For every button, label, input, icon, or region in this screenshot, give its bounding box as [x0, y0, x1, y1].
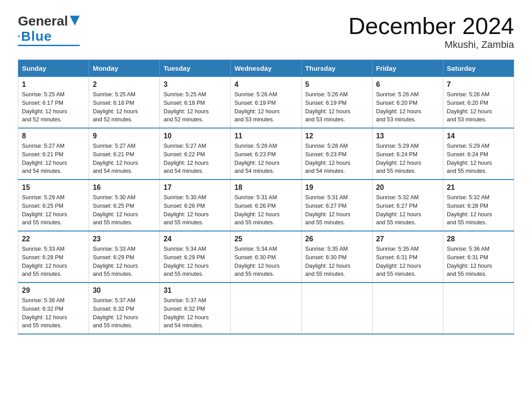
calendar-cell: 4 Sunrise: 5:26 AMSunset: 6:19 PMDayligh… — [231, 77, 301, 128]
calendar-cell: 12 Sunrise: 5:28 AMSunset: 6:23 PMDaylig… — [301, 128, 372, 180]
location: Mkushi, Zambia — [348, 39, 514, 51]
day-number: 17 — [163, 184, 227, 192]
day-number: 22 — [22, 235, 85, 243]
day-number: 23 — [93, 235, 156, 243]
day-info: Sunrise: 5:25 AMSunset: 6:18 PMDaylight:… — [163, 91, 209, 123]
calendar-cell: 3 Sunrise: 5:25 AMSunset: 6:18 PMDayligh… — [160, 77, 231, 128]
calendar-cell: 10 Sunrise: 5:27 AMSunset: 6:22 PMDaylig… — [160, 128, 231, 180]
week-row-3: 15 Sunrise: 5:29 AMSunset: 6:25 PMDaylig… — [18, 180, 514, 231]
day-info: Sunrise: 5:27 AMSunset: 6:21 PMDaylight:… — [22, 143, 67, 174]
day-info: Sunrise: 5:32 AMSunset: 6:28 PMDaylight:… — [447, 194, 492, 226]
svg-marker-0 — [70, 16, 80, 26]
day-number: 25 — [234, 235, 297, 243]
calendar-cell: 14 Sunrise: 5:29 AMSunset: 6:24 PMDaylig… — [443, 128, 514, 180]
day-info: Sunrise: 5:32 AMSunset: 6:27 PMDaylight:… — [376, 194, 421, 226]
day-number: 5 — [305, 81, 369, 89]
day-info: Sunrise: 5:27 AMSunset: 6:21 PMDaylight:… — [93, 143, 138, 174]
day-info: Sunrise: 5:28 AMSunset: 6:23 PMDaylight:… — [234, 143, 279, 174]
calendar-cell — [231, 283, 301, 334]
calendar-cell: 1 Sunrise: 5:25 AMSunset: 6:17 PMDayligh… — [18, 77, 89, 128]
day-number: 28 — [447, 235, 510, 243]
calendar-cell — [443, 283, 514, 334]
day-number: 10 — [163, 132, 227, 140]
day-number: 26 — [305, 235, 369, 243]
day-info: Sunrise: 5:37 AMSunset: 6:32 PMDaylight:… — [163, 297, 209, 329]
day-info: Sunrise: 5:35 AMSunset: 6:30 PMDaylight:… — [305, 246, 351, 277]
day-number: 21 — [447, 184, 510, 192]
calendar-table: SundayMondayTuesdayWednesdayThursdayFrid… — [18, 60, 514, 334]
calendar-cell: 9 Sunrise: 5:27 AMSunset: 6:21 PMDayligh… — [89, 128, 160, 180]
day-number: 13 — [376, 132, 439, 140]
calendar-cell: 28 Sunrise: 5:36 AMSunset: 6:31 PMDaylig… — [443, 231, 514, 283]
day-number: 3 — [163, 81, 227, 89]
day-number: 16 — [93, 184, 156, 192]
day-number: 12 — [305, 132, 369, 140]
day-info: Sunrise: 5:36 AMSunset: 6:32 PMDaylight:… — [22, 297, 67, 329]
day-info: Sunrise: 5:26 AMSunset: 6:20 PMDaylight:… — [447, 91, 492, 123]
month-title: December 2024 — [348, 13, 514, 39]
calendar-cell — [301, 283, 372, 334]
day-info: Sunrise: 5:28 AMSunset: 6:23 PMDaylight:… — [305, 143, 351, 174]
calendar-cell: 31 Sunrise: 5:37 AMSunset: 6:32 PMDaylig… — [160, 283, 231, 334]
calendar-cell: 5 Sunrise: 5:26 AMSunset: 6:19 PMDayligh… — [301, 77, 372, 128]
header-tuesday: Tuesday — [160, 60, 231, 77]
calendar-cell: 30 Sunrise: 5:37 AMSunset: 6:32 PMDaylig… — [89, 283, 160, 334]
calendar-cell: 26 Sunrise: 5:35 AMSunset: 6:30 PMDaylig… — [301, 231, 372, 283]
day-info: Sunrise: 5:37 AMSunset: 6:32 PMDaylight:… — [93, 297, 138, 329]
day-info: Sunrise: 5:30 AMSunset: 6:26 PMDaylight:… — [163, 194, 209, 226]
day-number: 19 — [305, 184, 369, 192]
day-info: Sunrise: 5:34 AMSunset: 6:30 PMDaylight:… — [234, 246, 279, 277]
day-info: Sunrise: 5:29 AMSunset: 6:24 PMDaylight:… — [447, 143, 492, 174]
calendar-cell: 13 Sunrise: 5:29 AMSunset: 6:24 PMDaylig… — [372, 128, 443, 180]
calendar-cell: 8 Sunrise: 5:27 AMSunset: 6:21 PMDayligh… — [18, 128, 89, 180]
day-info: Sunrise: 5:30 AMSunset: 6:25 PMDaylight:… — [93, 194, 138, 226]
day-number: 18 — [234, 184, 297, 192]
day-info: Sunrise: 5:26 AMSunset: 6:19 PMDaylight:… — [234, 91, 279, 123]
day-info: Sunrise: 5:26 AMSunset: 6:19 PMDaylight:… — [305, 91, 351, 123]
week-row-4: 22 Sunrise: 5:33 AMSunset: 6:28 PMDaylig… — [18, 231, 514, 283]
header-saturday: Saturday — [443, 60, 514, 77]
header-wednesday: Wednesday — [231, 60, 301, 77]
calendar-cell: 29 Sunrise: 5:36 AMSunset: 6:32 PMDaylig… — [18, 283, 89, 334]
logo-blue-text: Blue — [21, 29, 52, 44]
header-friday: Friday — [372, 60, 443, 77]
calendar-header-row: SundayMondayTuesdayWednesdayThursdayFrid… — [18, 60, 514, 77]
logo-general-text: General — [18, 13, 68, 29]
day-number: 11 — [234, 132, 297, 140]
week-row-1: 1 Sunrise: 5:25 AMSunset: 6:17 PMDayligh… — [18, 77, 514, 128]
day-info: Sunrise: 5:34 AMSunset: 6:29 PMDaylight:… — [163, 246, 209, 277]
day-info: Sunrise: 5:25 AMSunset: 6:18 PMDaylight:… — [93, 91, 138, 123]
day-number: 4 — [234, 81, 297, 89]
header-monday: Monday — [89, 60, 160, 77]
day-info: Sunrise: 5:31 AMSunset: 6:26 PMDaylight:… — [234, 194, 279, 226]
day-number: 29 — [22, 287, 85, 295]
calendar-cell: 21 Sunrise: 5:32 AMSunset: 6:28 PMDaylig… — [443, 180, 514, 231]
calendar-cell: 11 Sunrise: 5:28 AMSunset: 6:23 PMDaylig… — [231, 128, 301, 180]
day-number: 20 — [376, 184, 439, 192]
calendar-cell: 24 Sunrise: 5:34 AMSunset: 6:29 PMDaylig… — [160, 231, 231, 283]
day-info: Sunrise: 5:35 AMSunset: 6:31 PMDaylight:… — [376, 246, 421, 277]
title-block: December 2024 Mkushi, Zambia — [348, 13, 514, 51]
day-number: 14 — [447, 132, 510, 140]
day-number: 2 — [93, 81, 156, 89]
day-number: 15 — [22, 184, 85, 192]
day-info: Sunrise: 5:25 AMSunset: 6:17 PMDaylight:… — [22, 91, 67, 123]
calendar-cell: 6 Sunrise: 5:26 AMSunset: 6:20 PMDayligh… — [372, 77, 443, 128]
calendar-cell: 23 Sunrise: 5:33 AMSunset: 6:29 PMDaylig… — [89, 231, 160, 283]
day-info: Sunrise: 5:33 AMSunset: 6:28 PMDaylight:… — [22, 246, 67, 277]
calendar-cell: 16 Sunrise: 5:30 AMSunset: 6:25 PMDaylig… — [89, 180, 160, 231]
day-number: 6 — [376, 81, 439, 89]
page-header: General Blue December 2024 Mkushi, Zambi… — [18, 13, 514, 51]
day-number: 7 — [447, 81, 510, 89]
day-number: 30 — [93, 287, 156, 295]
calendar-cell: 17 Sunrise: 5:30 AMSunset: 6:26 PMDaylig… — [160, 180, 231, 231]
calendar-cell: 7 Sunrise: 5:26 AMSunset: 6:20 PMDayligh… — [443, 77, 514, 128]
day-number: 24 — [163, 235, 227, 243]
calendar-cell: 18 Sunrise: 5:31 AMSunset: 6:26 PMDaylig… — [231, 180, 301, 231]
day-info: Sunrise: 5:27 AMSunset: 6:22 PMDaylight:… — [163, 143, 209, 174]
logo-triangle-icon — [70, 16, 80, 27]
day-number: 8 — [22, 132, 85, 140]
calendar-cell: 2 Sunrise: 5:25 AMSunset: 6:18 PMDayligh… — [89, 77, 160, 128]
logo: General Blue — [18, 13, 80, 46]
header-thursday: Thursday — [301, 60, 372, 77]
